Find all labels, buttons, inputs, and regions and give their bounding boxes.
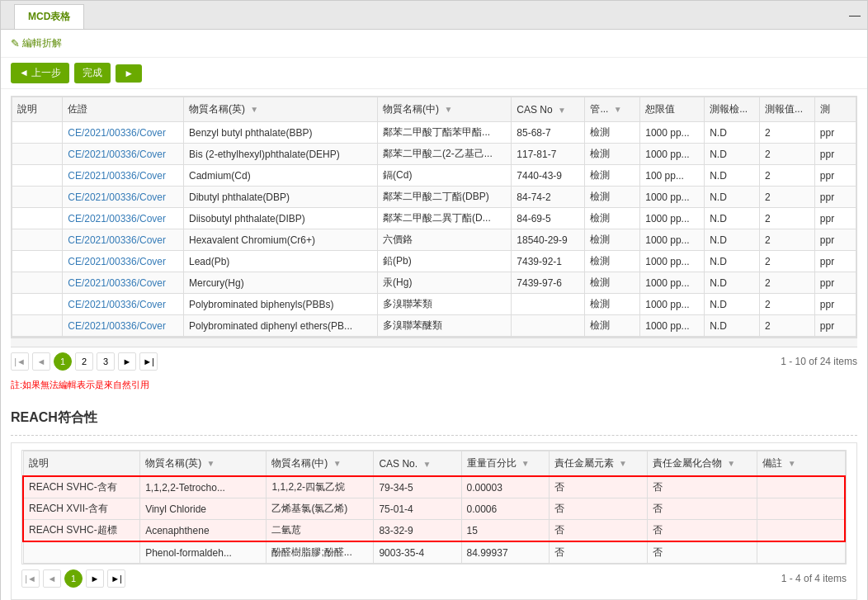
prev-button[interactable]: ◄ 上一步 — [11, 63, 69, 83]
mcd-cell-citation[interactable]: CE/2021/00336/Cover — [63, 251, 184, 272]
mcd-cell-name-en: Bis (2-ethylhexyl)phthalate(DEHP) — [183, 144, 377, 165]
col-header-citation: 佐證 — [63, 97, 184, 122]
mcd-cell-desc — [12, 187, 63, 208]
col-header-name-zh: 物質名稱(中) ▼ — [378, 97, 512, 122]
reach-page-prev-button[interactable]: ◄ — [43, 569, 61, 588]
reach-cell-compound: 否 — [647, 520, 757, 542]
mcd-cell-limit: 1000 pp... — [640, 315, 705, 337]
mcd-table: 說明 佐證 物質名稱(英) ▼ 物質名稱(中) ▼ CAS No ▼ 管... … — [12, 97, 856, 337]
minimize-button[interactable]: — — [842, 5, 867, 25]
reach-cell-metal: 否 — [549, 520, 647, 542]
reach-table-row: REACH SVHC-超標 Acenaphthene 二氫苊 83-32-9 1… — [23, 520, 845, 542]
edit-button[interactable]: ✎ 編輯折解 — [11, 36, 62, 50]
main-window: MCD表格 — ✎ 編輯折解 ◄ 上一步 完成 ► 說明 佐證 物質名稱(英) … — [0, 0, 868, 600]
reach-cell-cas: 9003-35-4 — [374, 541, 461, 564]
page-2-button[interactable]: 2 — [75, 352, 93, 371]
mcd-table-row: CE/2021/00336/Cover Polybrominated biphe… — [12, 294, 856, 315]
reach-page-first-button[interactable]: |◄ — [21, 569, 40, 588]
reach-table: 說明 物質名稱(英) ▼ 物質名稱(中) ▼ CAS No. ▼ 重量百分比 ▼… — [22, 451, 846, 564]
filter-icon-name-en[interactable]: ▼ — [250, 105, 258, 114]
edit-icon: ✎ — [11, 37, 20, 50]
reach-cell-name-en: Acenaphthene — [140, 520, 267, 542]
reach-filter-compound[interactable]: ▼ — [727, 459, 735, 468]
mcd-cell-detect: N.D — [705, 229, 760, 251]
mcd-cell-citation[interactable]: CE/2021/00336/Cover — [63, 144, 184, 165]
mcd-table-wrapper: 說明 佐證 物質名稱(英) ▼ 物質名稱(中) ▼ CAS No ▼ 管... … — [11, 96, 857, 338]
mcd-cell-citation[interactable]: CE/2021/00336/Cover — [63, 187, 184, 208]
mcd-cell-desc — [12, 208, 63, 229]
reach-cell-metal: 否 — [549, 498, 647, 520]
mcd-cell-unit: ppr — [814, 165, 856, 187]
reach-filter-metal[interactable]: ▼ — [619, 459, 627, 468]
page-3-button[interactable]: 3 — [97, 352, 115, 371]
reach-pagination: |◄ ◄ 1 ► ►| 1 - 4 of 4 items — [12, 565, 856, 593]
col-header-report-val: 測報值... — [760, 97, 815, 122]
page-first-button[interactable]: |◄ — [11, 352, 29, 371]
mcd-cell-citation[interactable]: CE/2021/00336/Cover — [63, 208, 184, 229]
mcd-cell-citation[interactable]: CE/2021/00336/Cover — [63, 165, 184, 187]
edit-label: 編輯折解 — [22, 36, 62, 50]
reach-page-1-button[interactable]: 1 — [64, 569, 83, 588]
mcd-cell-mgmt: 檢測 — [585, 144, 640, 165]
mcd-table-row: CE/2021/00336/Cover Lead(Pb) 鉛(Pb) 7439-… — [12, 251, 856, 272]
mcd-cell-limit: 1000 pp... — [640, 272, 705, 294]
reach-page-last-button[interactable]: ►| — [107, 569, 125, 588]
reach-page-next-button[interactable]: ► — [86, 569, 104, 588]
next-button[interactable]: ► — [116, 64, 142, 83]
mcd-cell-report-val: 2 — [760, 294, 815, 315]
filter-icon-name-zh[interactable]: ▼ — [444, 105, 452, 114]
mcd-cell-citation[interactable]: CE/2021/00336/Cover — [63, 272, 184, 294]
reach-col-header-weight: 重量百分比 ▼ — [461, 451, 549, 477]
mcd-cell-citation[interactable]: CE/2021/00336/Cover — [63, 294, 184, 315]
mcd-cell-name-en: Mercury(Hg) — [183, 272, 377, 294]
mcd-cell-name-zh: 汞(Hg) — [378, 272, 512, 294]
filter-icon-mgmt[interactable]: ▼ — [614, 105, 622, 114]
mcd-cell-cas: 7439-92-1 — [512, 251, 585, 272]
reach-col-header-desc: 說明 — [23, 451, 140, 477]
col-header-limit: 恕限值 — [640, 97, 705, 122]
reach-filter-cas[interactable]: ▼ — [422, 460, 431, 469]
filter-icon-cas[interactable]: ▼ — [558, 106, 566, 115]
reach-filter-name-zh[interactable]: ▼ — [333, 459, 342, 468]
mcd-cell-cas: 7440-43-9 — [512, 165, 585, 187]
mcd-cell-unit: ppr — [814, 315, 856, 337]
mcd-cell-name-en: Cadmium(Cd) — [183, 165, 377, 187]
page-1-button[interactable]: 1 — [54, 352, 72, 371]
mcd-cell-mgmt: 檢測 — [585, 165, 640, 187]
mcd-cell-desc — [12, 272, 63, 294]
mcd-scrollbar[interactable] — [11, 338, 857, 347]
mcd-cell-desc — [12, 144, 63, 165]
mcd-cell-unit: ppr — [814, 144, 856, 165]
mcd-cell-unit: ppr — [814, 187, 856, 208]
page-last-button[interactable]: ►| — [139, 352, 158, 371]
mcd-cell-limit: 100 pp... — [640, 165, 705, 187]
mcd-table-row: CE/2021/00336/Cover Cadmium(Cd) 鎘(Cd) 74… — [12, 165, 856, 187]
mcd-cell-name-en: Benzyl butyl phthalate(BBP) — [183, 122, 377, 144]
mcd-cell-unit: ppr — [814, 272, 856, 294]
tab-mcd[interactable]: MCD表格 — [14, 4, 84, 29]
mcd-cell-detect: N.D — [705, 122, 760, 144]
reach-filter-weight[interactable]: ▼ — [521, 459, 530, 468]
mcd-cell-mgmt: 檢測 — [585, 122, 640, 144]
mcd-table-row: CE/2021/00336/Cover Hexavalent Chromium(… — [12, 229, 856, 251]
reach-filter-note[interactable]: ▼ — [788, 459, 796, 468]
mcd-cell-name-zh: 多溴聯苯類 — [378, 294, 512, 315]
mcd-cell-detect: N.D — [705, 144, 760, 165]
mcd-cell-citation[interactable]: CE/2021/00336/Cover — [63, 229, 184, 251]
mcd-cell-detect: N.D — [705, 315, 760, 337]
reach-col-header-cas: CAS No. ▼ — [374, 451, 461, 477]
mcd-cell-citation[interactable]: CE/2021/00336/Cover — [63, 122, 184, 144]
mcd-cell-cas — [512, 294, 585, 315]
mcd-cell-citation[interactable]: CE/2021/00336/Cover — [63, 315, 184, 337]
reach-filter-name-en[interactable]: ▼ — [206, 459, 215, 468]
mcd-cell-limit: 1000 pp... — [640, 122, 705, 144]
page-prev-button[interactable]: ◄ — [32, 352, 50, 371]
done-button[interactable]: 完成 — [74, 63, 111, 83]
page-next-button[interactable]: ► — [118, 352, 136, 371]
mcd-cell-mgmt: 檢測 — [585, 294, 640, 315]
mcd-table-row: CE/2021/00336/Cover Polybrominated diphe… — [12, 315, 856, 337]
mcd-cell-cas: 117-81-7 — [512, 144, 585, 165]
mcd-cell-desc — [12, 294, 63, 315]
reach-col-header-name-en: 物質名稱(英) ▼ — [140, 451, 267, 477]
mcd-cell-desc — [12, 251, 63, 272]
